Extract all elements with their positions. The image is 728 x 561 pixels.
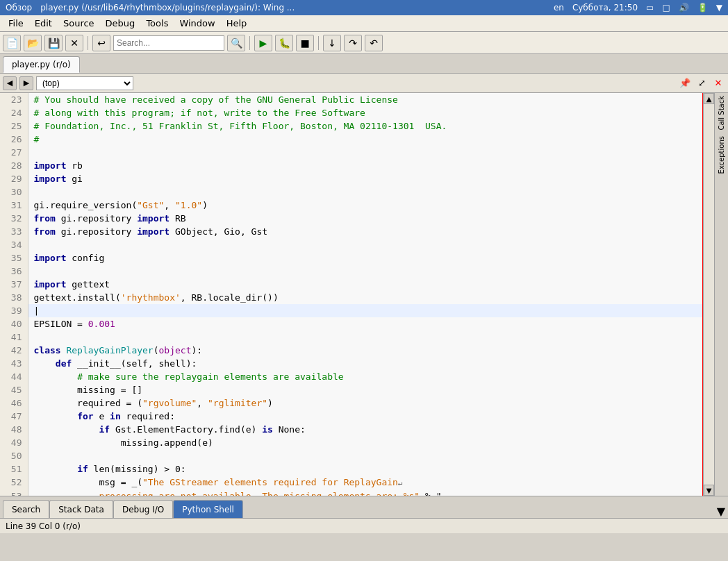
- bottom-tab-python-shell[interactable]: Python Shell: [173, 500, 243, 518]
- line-code[interactable]: import config: [28, 251, 703, 265]
- line-code[interactable]: gettext.install('rhythmbox', RB.locale_d…: [28, 291, 703, 304]
- line-code[interactable]: [28, 449, 703, 462]
- keyword-token: if: [99, 424, 110, 435]
- line-code[interactable]: def __init__(self, shell):: [28, 357, 703, 370]
- nav-forward-button[interactable]: ▶: [19, 76, 33, 90]
- line-code[interactable]: EPSILON = 0.001: [28, 317, 703, 330]
- bottom-tab-dropdown[interactable]: ▼: [717, 505, 725, 518]
- scope-dropdown[interactable]: (top): [36, 76, 133, 90]
- window-title: player.py (/usr/lib64/rhythmbox/plugins/…: [40, 3, 295, 12]
- table-row: 45 missing = []: [0, 383, 703, 396]
- call-stack-label[interactable]: Call Stack: [718, 93, 725, 133]
- editor-tab-player-py[interactable]: player.py (r/o): [3, 56, 80, 73]
- line-code[interactable]: missing.append(e): [28, 436, 703, 449]
- line-code[interactable]: import gi: [28, 172, 703, 185]
- line-code[interactable]: # You should have received a copy of the…: [28, 93, 703, 106]
- overview-label[interactable]: Обзор: [6, 3, 32, 12]
- tab-python-label: Python Shell: [182, 505, 234, 514]
- stop-button[interactable]: ■: [296, 35, 314, 51]
- status-bar: Line 39 Col 0 (r/o): [0, 518, 728, 533]
- step-into-button[interactable]: ↓: [323, 35, 341, 51]
- code-editor[interactable]: 23# You should have received a copy of t…: [0, 93, 703, 496]
- line-number: 26: [0, 133, 28, 146]
- step-over-button[interactable]: ↷: [344, 35, 362, 51]
- pin-icon[interactable]: 📌: [678, 76, 692, 90]
- line-code[interactable]: [28, 146, 703, 159]
- menu-tools[interactable]: Tools: [140, 17, 174, 30]
- line-code[interactable]: required = ("rgvolume", "rglimiter"): [28, 396, 703, 410]
- window-minimize-icon[interactable]: ▭: [646, 3, 654, 12]
- close-nav-icon[interactable]: ✕: [711, 76, 725, 90]
- exceptions-label[interactable]: Exceptions: [718, 133, 725, 176]
- battery-icon[interactable]: 🔋: [697, 3, 708, 12]
- open-file-button[interactable]: 📂: [24, 35, 42, 51]
- system-bar-left: Обзор player.py (/usr/lib64/rhythmbox/pl…: [6, 3, 295, 12]
- dropdown-arrow-icon[interactable]: ▼: [717, 505, 725, 518]
- line-code[interactable]: |: [28, 304, 703, 317]
- plain-token: ,: [197, 398, 208, 408]
- line-code[interactable]: # along with this program; if not, write…: [28, 106, 703, 119]
- debug-button[interactable]: 🐛: [275, 35, 293, 51]
- scroll-down-button[interactable]: ▼: [704, 485, 714, 496]
- plain-token: required = (: [34, 398, 143, 408]
- code-scroll-area[interactable]: 23# You should have received a copy of t…: [0, 93, 703, 496]
- run-button[interactable]: ▶: [254, 35, 272, 51]
- line-code[interactable]: gi.require_version("Gst", "1.0"): [28, 199, 703, 212]
- line-code[interactable]: [28, 238, 703, 251]
- line-code[interactable]: from gi.repository import RB: [28, 212, 703, 225]
- tab-label: player.py (r/o): [12, 60, 71, 69]
- table-row: 38gettext.install('rhythmbox', RB.locale…: [0, 291, 703, 304]
- scroll-up-button[interactable]: ▲: [704, 93, 714, 104]
- line-code[interactable]: if Gst.ElementFactory.find(e) is None:: [28, 423, 703, 436]
- menu-debug[interactable]: Debug: [100, 17, 141, 30]
- line-code[interactable]: if len(missing) > 0:: [28, 462, 703, 476]
- plain-token: Gst.ElementFactory.find(e): [110, 424, 262, 435]
- nav-back-button[interactable]: ◀: [3, 76, 17, 90]
- table-row: 52 msg = _("The GStreamer elements requi…: [0, 476, 703, 489]
- menu-icon[interactable]: ▼: [716, 3, 722, 12]
- vertical-scrollbar[interactable]: ▲ ▼: [703, 93, 714, 496]
- code-table: 23# You should have received a copy of t…: [0, 93, 703, 496]
- line-code[interactable]: [28, 265, 703, 278]
- scroll-thumb[interactable]: [704, 104, 714, 485]
- speaker-icon[interactable]: 🔊: [679, 3, 689, 12]
- line-code[interactable]: [28, 330, 703, 344]
- save-file-button[interactable]: 💾: [44, 35, 63, 51]
- plain-token: EPSILON =: [34, 319, 88, 329]
- line-number: 52: [0, 476, 28, 489]
- bottom-tab-debug-io[interactable]: Debug I/O: [113, 500, 173, 518]
- line-code[interactable]: msg = _("The GStreamer elements required…: [28, 476, 703, 489]
- line-code[interactable]: for e in required:: [28, 410, 703, 423]
- expand-icon[interactable]: ⤢: [695, 76, 709, 90]
- bottom-tab-stack-data[interactable]: Stack Data: [49, 500, 113, 518]
- new-file-button[interactable]: 📄: [3, 35, 21, 51]
- line-code[interactable]: [28, 185, 703, 199]
- search-input[interactable]: [113, 35, 224, 51]
- keyword-token: in: [110, 411, 121, 421]
- menu-window[interactable]: Window: [174, 17, 220, 30]
- line-number: 49: [0, 436, 28, 449]
- bottom-tab-search[interactable]: Search: [3, 500, 49, 518]
- menu-edit[interactable]: Edit: [29, 17, 58, 30]
- undo-button[interactable]: ↩: [92, 35, 110, 51]
- close-file-button[interactable]: ✕: [65, 35, 83, 51]
- search-button[interactable]: 🔍: [227, 35, 245, 51]
- line-number: 31: [0, 199, 28, 212]
- line-code[interactable]: # make sure the replaygain elements are …: [28, 370, 703, 383]
- step-out-button[interactable]: ↶: [365, 35, 383, 51]
- menu-help[interactable]: Help: [221, 17, 253, 30]
- line-code[interactable]: from gi.repository import GObject, Gio, …: [28, 225, 703, 238]
- line-code[interactable]: #: [28, 133, 703, 146]
- line-code[interactable]: class ReplayGainPlayer(object):: [28, 344, 703, 357]
- line-number: 25: [0, 119, 28, 133]
- table-row: 50: [0, 449, 703, 462]
- window-maximize-icon[interactable]: □: [662, 3, 670, 12]
- menu-source[interactable]: Source: [58, 17, 100, 30]
- line-code[interactable]: processing are not available. The missin…: [28, 489, 703, 496]
- line-code[interactable]: # Foundation, Inc., 51 Franklin St, Fift…: [28, 119, 703, 133]
- menu-file[interactable]: File: [3, 17, 29, 30]
- line-code[interactable]: import gettext: [28, 278, 703, 291]
- locale-indicator[interactable]: en: [554, 3, 564, 12]
- line-code[interactable]: missing = []: [28, 383, 703, 396]
- line-code[interactable]: import rb: [28, 159, 703, 172]
